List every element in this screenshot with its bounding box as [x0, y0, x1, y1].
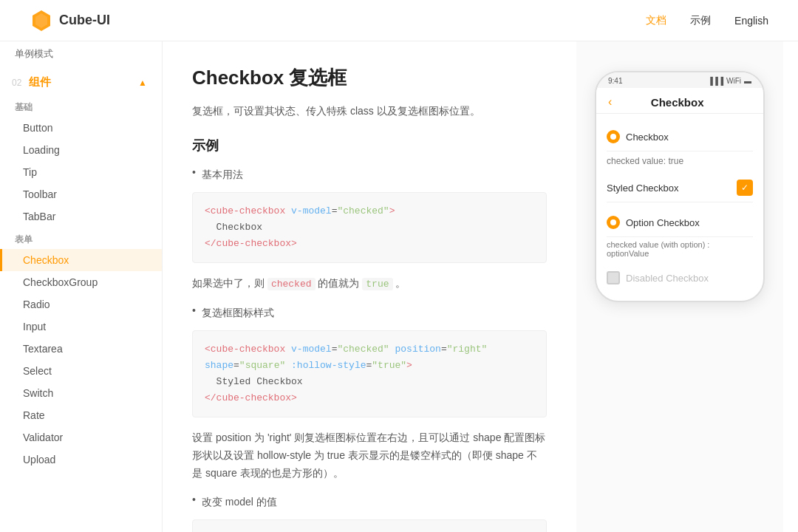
sidebar-item-toolbar[interactable]: Toolbar: [0, 183, 162, 205]
header-nav: 文档 示例 English: [646, 14, 768, 27]
desc-text-2: 设置 position 为 'right' 则复选框图标位置在右边，且可以通过 …: [192, 429, 547, 482]
nav-docs[interactable]: 文档: [646, 14, 666, 27]
signal-icon: ▐▐▐: [708, 77, 723, 85]
sidebar-item-checkbox[interactable]: Checkbox: [0, 249, 162, 271]
desc-text-1: 如果选中了，则 checked 的值就为 true 。: [192, 275, 547, 293]
sidebar-top-item[interactable]: 单例模式: [0, 41, 162, 66]
nav-examples[interactable]: 示例: [690, 14, 711, 27]
battery-icon: ▬: [744, 77, 751, 85]
phone-mockup: 9:41 ▐▐▐ WiFi ▬ ‹ Checkbox: [595, 71, 765, 302]
phone-disabled-label: Disabled Checkbox: [626, 273, 709, 284]
sidebar-item-upload[interactable]: Upload: [0, 449, 162, 471]
phone-content: Checkbox checked value: true Styled Chec…: [596, 114, 763, 301]
bullet-item-2: • 复选框图标样式: [192, 304, 547, 321]
phone-status-bar: 9:41 ▐▐▐ WiFi ▬: [596, 72, 763, 88]
phone-checked-value: checked value: true: [607, 151, 753, 174]
bullet-dot-2: •: [192, 304, 196, 316]
phone-styled-checkbox-icon[interactable]: ✓: [737, 180, 753, 196]
bullet-label-3: 改变 model 的值: [202, 494, 277, 510]
sidebar-item-textarea[interactable]: Textarea: [0, 338, 162, 360]
logo-icon: [30, 9, 53, 33]
sidebar-item-validator[interactable]: Validator: [0, 426, 162, 449]
chevron-up-icon: ▲: [138, 78, 147, 88]
phone-panel: 9:41 ▐▐▐ WiFi ▬ ‹ Checkbox: [576, 41, 783, 532]
section-num-title: 02 组件: [12, 75, 51, 89]
phone-checkbox-dot[interactable]: [607, 130, 620, 143]
phone-nav-title: Checkbox: [618, 96, 737, 109]
sidebar-item-radio[interactable]: Radio: [0, 293, 162, 316]
sidebar-item-button[interactable]: Button: [0, 117, 162, 139]
main-content: Checkbox 复选框 复选框，可设置其状态、传入特殊 class 以及复选框…: [163, 41, 576, 532]
phone-styled-label: Styled Checkbox: [607, 183, 679, 194]
phone-time: 9:41: [608, 77, 622, 85]
sidebar-item-select[interactable]: Select: [0, 360, 162, 382]
phone-disabled-dot: [607, 271, 620, 284]
sidebar-item-rate[interactable]: Rate: [0, 404, 162, 426]
sidebar: 单例模式 02 组件 ▲ 基础 Button Loading Tip Toolb…: [0, 41, 163, 532]
phone-disabled-checkbox-row: Disabled Checkbox: [607, 264, 753, 292]
logo[interactable]: Cube-UI: [30, 9, 110, 33]
page-description: 复选框，可设置其状态、传入特殊 class 以及复选框图标位置。: [192, 103, 547, 119]
sidebar-item-switch[interactable]: Switch: [0, 382, 162, 404]
phone-option-dot-inner: [610, 219, 616, 225]
phone-signal-area: ▐▐▐ WiFi ▬: [708, 77, 751, 85]
sidebar-section-header[interactable]: 02 组件 ▲: [0, 66, 162, 95]
phone-basic-checkbox-row: Checkbox: [607, 123, 753, 151]
bullet-item-3: • 改变 model 的值: [192, 494, 547, 510]
section-num: 02: [12, 78, 21, 88]
phone-checkbox-label: Checkbox: [626, 132, 669, 143]
phone-styled-checkbox-row: Styled Checkbox ✓: [607, 174, 753, 202]
logo-text: Cube-UI: [59, 13, 110, 28]
phone-option-label: Option Checkbox: [626, 217, 700, 228]
code-block-3: <cube-checkbox v-model="checked" :option…: [192, 519, 547, 532]
page-title: Checkbox 复选框: [192, 65, 547, 91]
code-block-2: <cube-checkbox v-model="checked" positio…: [192, 330, 547, 417]
layout: 单例模式 02 组件 ▲ 基础 Button Loading Tip Toolb…: [0, 41, 798, 532]
phone-basic-checkbox-left: Checkbox: [607, 130, 669, 143]
phone-nav-bar: ‹ Checkbox: [596, 88, 763, 114]
bullet-dot-3: •: [192, 494, 196, 505]
sidebar-item-tabbar[interactable]: TabBar: [0, 205, 162, 228]
section-title: 组件: [29, 75, 51, 89]
sidebar-item-input[interactable]: Input: [0, 316, 162, 338]
header: Cube-UI 文档 示例 English: [0, 0, 798, 41]
bullet-dot-1: •: [192, 166, 196, 178]
nav-english[interactable]: English: [734, 15, 768, 27]
group-label-form: 表单: [0, 228, 162, 249]
phone-option-checkbox-row: Option Checkbox: [607, 208, 753, 237]
code-block-1: <cube-checkbox v-model="checked"> Checkb…: [192, 192, 547, 263]
examples-title: 示例: [192, 137, 547, 154]
phone-checked-value2: checked value (with option) :optionValue: [607, 237, 753, 264]
bullet-label-1: 基本用法: [202, 166, 243, 183]
group-label-basic: 基础: [0, 95, 162, 117]
sidebar-item-tip[interactable]: Tip: [0, 161, 162, 183]
phone-dot-inner: [610, 134, 616, 140]
bullet-label-2: 复选框图标样式: [202, 304, 274, 321]
bullet-item-1: • 基本用法: [192, 166, 547, 183]
phone-back-btn[interactable]: ‹: [608, 95, 612, 109]
phone-option-dot[interactable]: [607, 216, 620, 229]
sidebar-item-checkboxgroup[interactable]: CheckboxGroup: [0, 271, 162, 293]
wifi-icon: WiFi: [726, 77, 741, 85]
sidebar-item-loading[interactable]: Loading: [0, 139, 162, 161]
